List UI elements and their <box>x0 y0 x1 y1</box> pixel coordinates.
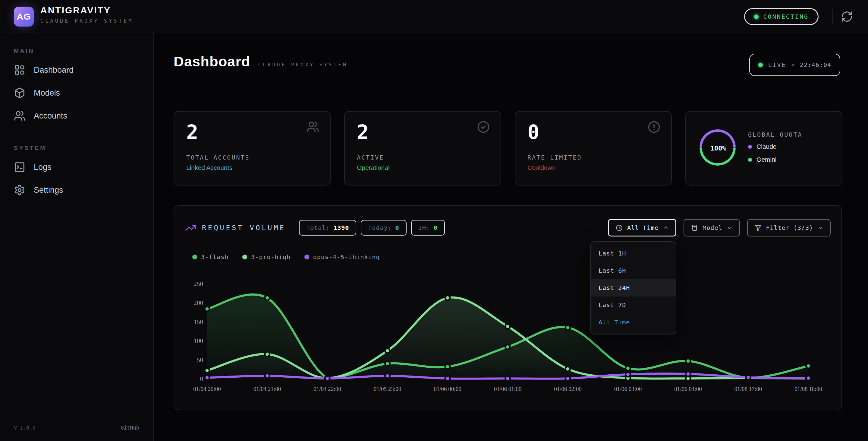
sidebar-item-dashboard[interactable]: Dashboard <box>0 59 153 82</box>
sidebar: MAINDashboardModelsAccountsSYSTEMLogsSet… <box>0 33 154 441</box>
chart-controls: All Time Model <box>608 219 831 236</box>
live-status-badge: LIVE 22:46:04 <box>749 54 841 76</box>
chart-stat-chips: Total: 1390 Today: 0 1H: 0 <box>299 220 445 236</box>
chart-legend: 3-flash3-pro-highopus-4-5-thinking <box>192 254 380 261</box>
gemini-dot <box>748 158 752 162</box>
legend-label: 3-pro-high <box>251 254 290 261</box>
users-icon <box>307 121 319 133</box>
trending-up-icon <box>185 222 196 233</box>
app-subtitle: CLAUDE PROXY SYSTEM <box>40 18 133 24</box>
stat-label: TOTAL ACCOUNTS <box>186 154 250 161</box>
sidebar-item-settings[interactable]: Settings <box>0 179 153 202</box>
accounts-icon <box>14 110 25 122</box>
dropdown-item-last-24h[interactable]: Last 24H <box>591 279 676 296</box>
svg-text:150: 150 <box>194 318 204 325</box>
legend-label: opus-4-5-thinking <box>313 254 380 261</box>
legend-dot <box>304 255 309 259</box>
legend-dot <box>192 255 197 259</box>
claude-dot <box>748 145 752 149</box>
filter-button[interactable]: Filter (3/3) <box>747 219 831 236</box>
live-clock: 22:46:04 <box>800 61 831 68</box>
live-status-label: LIVE <box>768 61 786 68</box>
today-chip: Today: 0 <box>361 220 406 236</box>
svg-text:01/04 21:00: 01/04 21:00 <box>253 386 281 392</box>
dropdown-item-last-6h[interactable]: Last 6H <box>591 262 676 279</box>
svg-text:0: 0 <box>200 375 204 382</box>
github-link[interactable]: GitHub <box>121 425 139 431</box>
sidebar-item-label: Settings <box>34 185 63 195</box>
sidebar-item-accounts[interactable]: Accounts <box>0 105 153 127</box>
stat-label: RATE LIMITED <box>527 154 582 161</box>
settings-icon <box>14 184 25 196</box>
page-title: Dashboard <box>174 53 250 70</box>
quota-percent-wrap: 100% <box>698 128 738 168</box>
one-hour-chip: 1H: 0 <box>411 220 445 236</box>
svg-text:01/05 23:00: 01/05 23:00 <box>374 386 401 392</box>
sidebar-item-label: Accounts <box>34 111 67 121</box>
legend-label: 3-flash <box>201 254 228 261</box>
svg-text:100: 100 <box>194 337 204 345</box>
connection-status-badge: CONNECTING <box>744 8 818 25</box>
legend-item-3-flash[interactable]: 3-flash <box>192 254 228 261</box>
dropdown-item-last-1h[interactable]: Last 1H <box>591 245 676 262</box>
funnel-icon <box>754 224 762 232</box>
quota-provider-gemini: Gemini <box>748 156 777 163</box>
sidebar-item-models[interactable]: Models <box>0 82 153 105</box>
legend-item-3-pro-high[interactable]: 3-pro-high <box>242 254 290 261</box>
stat-value: 2 <box>186 121 198 144</box>
app-titles: ANTIGRAVITY CLAUDE PROXY SYSTEM <box>40 5 133 24</box>
sidebar-item-label: Dashboard <box>34 65 73 75</box>
page-header: Dashboard CLAUDE PROXY SYSTEM <box>174 53 348 70</box>
sidebar-item-logs[interactable]: Logs <box>0 156 153 179</box>
quota-percent: 100% <box>710 145 726 152</box>
top-bar: AG ANTIGRAVITY CLAUDE PROXY SYSTEM CONNE… <box>0 0 868 33</box>
svg-text:01/06 04:00: 01/06 04:00 <box>674 386 702 392</box>
svg-text:50: 50 <box>197 356 203 363</box>
svg-text:01/08 18:00: 01/08 18:00 <box>795 386 822 392</box>
app-logo: AG <box>14 7 34 27</box>
chevron-up-icon <box>663 225 669 231</box>
nav-section-label-main: MAIN <box>14 48 153 54</box>
svg-text:250: 250 <box>194 280 204 288</box>
alert-circle-icon <box>648 121 660 133</box>
legend-item-opus-4-5-thinking[interactable]: opus-4-5-thinking <box>304 254 380 261</box>
stat-card-total-accounts: 2 TOTAL ACCOUNTS Linked Accounts <box>174 111 331 185</box>
stat-sublabel: Linked Accounts <box>186 164 232 171</box>
app-version: V 1.0.0 <box>14 425 36 431</box>
chevron-down-icon <box>727 225 733 231</box>
time-range-dropdown: Last 1HLast 6HLast 24HLast 7DAll Time <box>590 241 676 334</box>
dropdown-item-last-7d[interactable]: Last 7D <box>591 296 676 314</box>
dropdown-item-all-time[interactable]: All Time <box>591 314 676 331</box>
app-logo-text: AG <box>17 11 31 22</box>
live-status-dot <box>758 63 763 67</box>
logs-icon <box>14 161 25 173</box>
refresh-icon[interactable] <box>841 10 853 23</box>
svg-text:01/06 01:00: 01/06 01:00 <box>494 386 521 392</box>
legend-dot <box>242 255 247 259</box>
sidebar-footer: V 1.0.0 GitHub <box>14 425 139 431</box>
stat-card-global-quota: 100% GLOBAL QUOTA Claude Gemini <box>685 111 842 185</box>
svg-text:01/06 03:00: 01/06 03:00 <box>614 386 642 392</box>
models-icon <box>14 87 25 99</box>
total-chip: Total: 1390 <box>299 220 356 236</box>
model-filter-button[interactable]: Model <box>684 219 740 236</box>
stat-card-active: 2 ACTIVE Operational <box>344 111 501 185</box>
svg-text:01/04 22:00: 01/04 22:00 <box>313 386 341 392</box>
clock-icon <box>615 224 623 232</box>
time-range-button[interactable]: All Time <box>608 219 676 236</box>
sidebar-item-label: Models <box>34 88 60 98</box>
topbar-divider <box>832 9 833 24</box>
stat-label: ACTIVE <box>357 154 384 161</box>
stat-sublabel: Operational <box>357 164 390 171</box>
svg-text:01/06 02:00: 01/06 02:00 <box>554 386 581 392</box>
app-title: ANTIGRAVITY <box>40 5 133 16</box>
request-volume-card: REQUEST VOLUME Total: 1390 Today: 0 1H: … <box>174 205 842 410</box>
nav-section-label-system: SYSTEM <box>14 145 153 151</box>
stat-value: 0 <box>527 121 539 144</box>
connection-status-text: CONNECTING <box>764 13 809 20</box>
stat-value: 2 <box>357 121 369 144</box>
quota-provider-claude: Claude <box>748 143 777 150</box>
svg-text:01/04 20:00: 01/04 20:00 <box>193 386 221 392</box>
stat-card-rate-limited: 0 RATE LIMITED Cooldown <box>515 111 672 185</box>
svg-text:01/06 00:00: 01/06 00:00 <box>434 386 461 392</box>
